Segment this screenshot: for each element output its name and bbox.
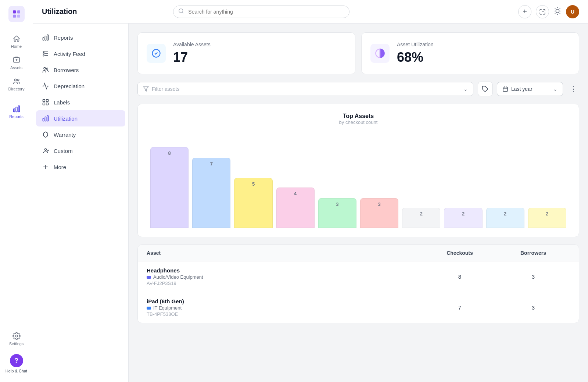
menu-borrowers[interactable]: Borrowers	[33, 62, 128, 78]
add-button[interactable]: +	[518, 5, 531, 18]
bar-5[interactable]: 3	[360, 198, 398, 228]
bar-col-3: 4	[276, 132, 315, 228]
chart-section: Top Assets by checkout count 8754332222	[137, 104, 579, 237]
nav-reports-label: Reports	[9, 114, 24, 119]
svg-point-14	[556, 9, 559, 13]
asset-info: iPad (6th Gen) IT Equipment TB-4PF538OE	[147, 298, 423, 317]
bar-1[interactable]: 7	[192, 158, 230, 228]
menu-depreciation[interactable]: Depreciation	[33, 78, 128, 94]
stat-card-utilization: Asset Utilization 68%	[361, 32, 579, 74]
topbar-actions: +	[518, 5, 579, 18]
bar-col-2: 5	[234, 132, 272, 228]
menu-custom[interactable]: Custom	[33, 143, 128, 159]
asset-category: Audio/Video Equipment	[147, 274, 423, 280]
svg-point-5	[14, 79, 17, 81]
nav-assets-label: Assets	[10, 65, 22, 70]
content-layout: Reports Activity Feed Borrowers	[33, 24, 588, 382]
menu-labels-label: Labels	[54, 99, 70, 106]
svg-rect-47	[503, 87, 508, 92]
nav-assets[interactable]: Assets	[0, 52, 33, 74]
menu-utilization[interactable]: Utilization	[36, 110, 125, 126]
nav-home-label: Home	[11, 44, 22, 49]
svg-line-18	[560, 13, 560, 13]
asset-utilization-value: 68%	[397, 50, 434, 65]
nav-settings-label: Settings	[9, 342, 24, 346]
menu-activity-feed-label: Activity Feed	[54, 51, 85, 57]
nav-directory[interactable]: Directory	[0, 74, 33, 95]
table-row[interactable]: iPad (6th Gen) IT Equipment TB-4PF538OE …	[138, 292, 579, 323]
svg-point-33	[46, 68, 48, 69]
svg-line-17	[555, 8, 555, 8]
filter-chevron-icon: ⌄	[463, 86, 468, 92]
help-chat-label: Help & Chat	[6, 369, 27, 373]
col-checkouts: Checkouts	[423, 250, 496, 256]
available-assets-label: Available Assets	[173, 42, 211, 47]
menu-more-label: More	[54, 164, 66, 170]
menu-borrowers-label: Borrowers	[54, 67, 79, 73]
theme-toggle[interactable]	[553, 7, 562, 17]
search-bar	[173, 6, 349, 18]
col-asset: Asset	[147, 250, 423, 256]
bar-9[interactable]: 2	[528, 208, 566, 228]
bar-7[interactable]: 2	[444, 208, 482, 228]
bar-6[interactable]: 2	[402, 208, 440, 228]
menu-warranty[interactable]: Warranty	[33, 126, 128, 143]
svg-rect-25	[47, 35, 48, 40]
svg-rect-35	[46, 100, 49, 102]
help-chat[interactable]: ? Help & Chat	[3, 351, 30, 376]
app-logo	[8, 6, 25, 22]
bar-col-9: 2	[528, 132, 566, 228]
bar-2[interactable]: 5	[234, 178, 272, 228]
search-icon	[178, 8, 184, 15]
tags-button[interactable]	[478, 82, 492, 96]
svg-rect-8	[16, 107, 17, 112]
menu-activity-feed[interactable]: Activity Feed	[33, 46, 128, 62]
svg-point-32	[44, 67, 46, 69]
svg-point-6	[17, 79, 19, 81]
nav-bottom: Settings ? Help & Chat	[3, 328, 30, 376]
side-menu: Reports Activity Feed Borrowers	[33, 24, 129, 382]
menu-labels[interactable]: Labels	[33, 94, 128, 110]
svg-rect-34	[43, 100, 45, 102]
checkouts-value: 7	[423, 304, 496, 311]
search-input[interactable]	[173, 6, 349, 18]
borrowers-value: 3	[496, 274, 570, 280]
category-label: Audio/Video Equipment	[153, 274, 203, 280]
category-label: IT Equipment	[153, 305, 182, 311]
user-avatar[interactable]: U	[566, 5, 579, 18]
svg-point-41	[45, 149, 47, 150]
date-chevron-icon: ⌄	[553, 86, 557, 92]
bar-0[interactable]: 8	[150, 147, 189, 228]
stat-cards: Available Assets 17 Asset Utilization 68…	[137, 32, 579, 74]
asset-utilization-icon	[370, 44, 390, 63]
date-label: Last year	[511, 86, 533, 92]
menu-reports-label: Reports	[54, 35, 73, 41]
nav-reports[interactable]: Reports	[0, 101, 33, 122]
filter-assets-dropdown[interactable]: Filter assets ⌄	[137, 82, 473, 96]
asset-info: Headphones Audio/Video Equipment AV-FJ2P…	[147, 267, 423, 286]
nav-home[interactable]: Home	[0, 31, 33, 52]
table-row[interactable]: Headphones Audio/Video Equipment AV-FJ2P…	[138, 261, 579, 292]
menu-custom-label: Custom	[54, 148, 73, 154]
svg-rect-39	[45, 117, 46, 121]
bar-4[interactable]: 3	[318, 198, 356, 228]
svg-rect-40	[47, 116, 48, 121]
main-content: Available Assets 17 Asset Utilization 68…	[129, 24, 588, 382]
svg-point-27	[43, 53, 44, 54]
chart-subtitle: by checkout count	[147, 119, 570, 125]
svg-rect-24	[45, 36, 46, 40]
nav-settings[interactable]: Settings	[3, 328, 30, 350]
menu-more[interactable]: More	[33, 159, 128, 175]
bar-8[interactable]: 2	[486, 208, 524, 228]
menu-warranty-label: Warranty	[54, 132, 76, 138]
date-dropdown[interactable]: Last year ⌄	[497, 82, 563, 96]
scan-button[interactable]	[536, 5, 549, 18]
more-options-button[interactable]: ⋮	[567, 83, 579, 95]
menu-reports[interactable]: Reports	[33, 29, 128, 46]
svg-rect-7	[13, 109, 15, 112]
svg-point-11	[179, 9, 183, 13]
chart-title: Top Assets	[147, 113, 570, 119]
help-icon: ?	[10, 354, 23, 367]
category-dot	[147, 307, 151, 310]
bar-3[interactable]: 4	[276, 188, 315, 228]
